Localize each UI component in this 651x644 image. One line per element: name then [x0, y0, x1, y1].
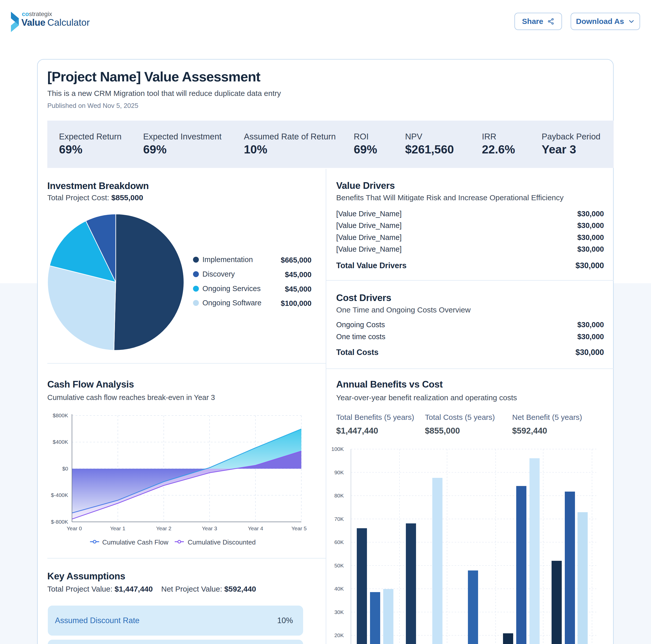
svg-text:Year 5: Year 5 — [291, 525, 307, 531]
svg-text:$-400K: $-400K — [51, 492, 68, 498]
svg-text:costrategix: costrategix — [22, 10, 52, 17]
svg-text:60K: 60K — [334, 539, 344, 545]
svg-text:100K: 100K — [331, 446, 344, 452]
svg-text:$0: $0 — [62, 466, 68, 471]
svg-text:20K: 20K — [334, 632, 344, 638]
svg-text:80K: 80K — [334, 493, 344, 498]
svg-text:Year 3: Year 3 — [202, 525, 217, 531]
svg-text:70K: 70K — [334, 516, 344, 522]
svg-text:ValueCalculator: ValueCalculator — [21, 17, 90, 28]
svg-text:90K: 90K — [334, 469, 344, 475]
svg-text:$-800K: $-800K — [51, 519, 68, 525]
svg-text:Year 2: Year 2 — [156, 525, 172, 531]
svg-text:50K: 50K — [334, 563, 344, 568]
svg-text:40K: 40K — [334, 586, 344, 592]
svg-text:$400K: $400K — [53, 439, 68, 445]
svg-text:$800K: $800K — [53, 412, 68, 418]
svg-text:30K: 30K — [334, 609, 344, 615]
svg-text:Year 4: Year 4 — [248, 525, 263, 531]
svg-text:Year 0: Year 0 — [67, 525, 82, 531]
svg-text:Year 1: Year 1 — [110, 525, 125, 531]
